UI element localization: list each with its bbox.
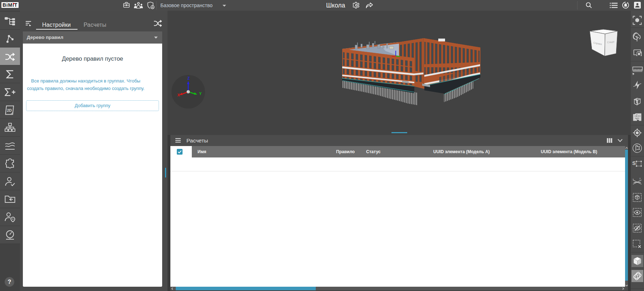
svg-text:Z: Z xyxy=(188,76,190,80)
svg-text:1: 1 xyxy=(633,178,634,180)
svg-text:2: 2 xyxy=(639,177,641,180)
svg-text:X: X xyxy=(177,93,180,97)
svg-text:S: S xyxy=(632,160,636,166)
svg-text:Y: Y xyxy=(199,91,201,96)
svg-text:2D: 2D xyxy=(7,108,12,112)
